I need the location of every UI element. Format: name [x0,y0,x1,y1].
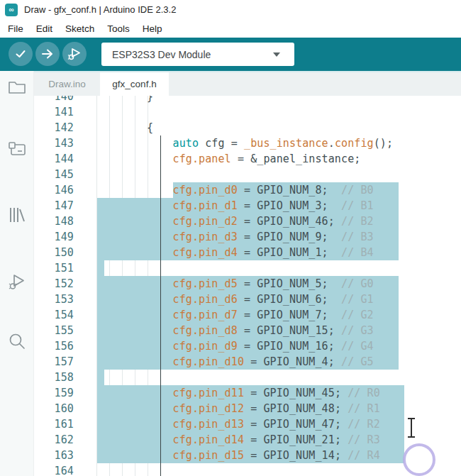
title-bar: ∞ Draw - gfx_conf.h | Arduino IDE 2.3.2 [0,0,461,19]
sidebar-item-search[interactable] [6,331,28,352]
code-line: 141 [34,104,461,120]
active-indent-guide [160,135,161,476]
menu-sketch[interactable]: Sketch [59,23,101,34]
code-line: 155 cfg.pin_d8 = GPIO_NUM_15; // G3 [34,323,461,338]
line-number: 147 [34,198,74,214]
code-line: 160 cfg.pin_d12 = GPIO_NUM_48; // R1 [34,401,461,416]
debug-button[interactable] [62,42,87,66]
menu-bar: File Edit Sketch Tools Help [0,19,461,38]
code-text: cfg.pin_d5 = GPIO_NUM_5; // G0 [95,276,374,292]
code-line: 158 [34,370,461,385]
line-number: 163 [34,448,74,463]
line-number: 145 [34,167,74,182]
debug-play-bug-icon [7,272,27,292]
line-number: 151 [34,260,74,276]
line-number: 160 [34,401,74,416]
code-editor[interactable]: 140 }141142 {143 auto cfg = _bus_instanc… [34,96,461,476]
menu-help[interactable]: Help [136,23,169,34]
code-line: 147 cfg.pin_d1 = GPIO_NUM_3; // B1 [34,198,461,214]
code-line: 154 cfg.pin_d7 = GPIO_NUM_7; // G2 [34,307,461,323]
code-text: cfg.pin_d7 = GPIO_NUM_7; // G2 [95,307,374,323]
tab-draw-ino[interactable]: Draw.ino [34,72,100,96]
code-text: cfg.pin_d1 = GPIO_NUM_3; // B1 [95,198,374,214]
text-cursor-ibeam [406,417,417,438]
code-line: 145 [34,167,461,182]
code-line: 152 cfg.pin_d5 = GPIO_NUM_5; // G0 [34,276,461,292]
window-title: Draw - gfx_conf.h | Arduino IDE 2.3.2 [24,4,176,15]
code-line: 143 auto cfg = _bus_instance.config(); [34,135,461,151]
code-text: cfg.pin_d15 = GPIO_NUM_14; // R4 [95,448,380,463]
line-number: 140 [34,96,74,104]
menu-tools[interactable]: Tools [101,23,136,34]
code-line: 140 } [34,96,461,104]
code-text: cfg.pin_d10 = GPIO_NUM_4; // G5 [95,354,374,370]
line-number: 150 [34,245,74,260]
line-number: 155 [34,323,74,338]
line-number: 148 [34,214,74,229]
board-chip-icon [7,140,27,159]
line-number: 141 [34,104,74,120]
line-number: 154 [34,307,74,323]
touch-indicator-ring [403,443,435,476]
code-text: cfg.pin_d2 = GPIO_NUM_46; // B2 [95,214,374,229]
debug-bug-icon [67,47,82,61]
line-number: 158 [34,370,74,385]
search-icon [7,331,27,351]
board-selector-label: ESP32S3 Dev Module [112,49,273,60]
upload-button[interactable] [35,42,60,66]
code-text: cfg.pin_d0 = GPIO_NUM_8; // B0 [95,182,374,198]
code-text: cfg.pin_d3 = GPIO_NUM_9; // B3 [95,229,374,245]
sidebar-item-library-manager[interactable] [6,204,28,226]
line-number: 161 [34,416,74,432]
code-line: 148 cfg.pin_d2 = GPIO_NUM_46; // B2 [34,214,461,229]
line-number: 164 [34,463,74,476]
arduino-ide-window: ∞ Draw - gfx_conf.h | Arduino IDE 2.3.2 … [0,0,461,476]
line-number: 143 [34,135,74,151]
line-number: 153 [34,292,74,307]
line-number: 149 [34,229,74,245]
books-icon [7,206,27,224]
line-number: 157 [34,354,74,370]
toolbar: ESP32S3 Dev Module [0,38,461,71]
code-line: 153 cfg.pin_d6 = GPIO_NUM_6; // G1 [34,292,461,307]
code-text: cfg.pin_d11 = GPIO_NUM_45; // R0 [95,385,380,401]
code-text: cfg.pin_d9 = GPIO_NUM_16; // G4 [95,338,374,354]
folder-icon [7,79,27,96]
menu-edit[interactable]: Edit [30,23,59,34]
verify-button[interactable] [9,42,33,66]
code-text: cfg.pin_d8 = GPIO_NUM_15; // G3 [95,323,374,338]
line-number: 156 [34,338,74,354]
activity-sidebar [0,71,34,476]
code-line: 146 cfg.pin_d0 = GPIO_NUM_8; // B0 [34,182,461,198]
line-number: 146 [34,182,74,198]
line-number: 144 [34,151,74,167]
code-line: 162 cfg.pin_d14 = GPIO_NUM_21; // R3 [34,432,461,448]
code-line: 151 [34,260,461,276]
code-line: 149 cfg.pin_d3 = GPIO_NUM_9; // B3 [34,229,461,245]
tab-bar: Draw.ino gfx_conf.h [34,71,461,96]
line-number: 159 [34,385,74,401]
code-line: 156 cfg.pin_d9 = GPIO_NUM_16; // G4 [34,338,461,354]
code-line: 150 cfg.pin_d4 = GPIO_NUM_1; // B4 [34,245,461,260]
code-text: auto cfg = _bus_instance.config(); [95,135,393,151]
ide-body: Draw.ino gfx_conf.h 140 }141142 {143 aut… [0,71,461,476]
sidebar-item-boards-manager[interactable] [6,139,28,160]
checkmark-icon [14,48,27,60]
line-number: 152 [34,276,74,292]
line-number: 142 [34,120,74,135]
tab-gfx-conf-h[interactable]: gfx_conf.h [100,72,169,96]
code-line: 163 cfg.pin_d15 = GPIO_NUM_14; // R4 [34,448,461,463]
menu-file[interactable]: File [1,23,30,34]
code-text: } [95,96,153,104]
code-line: 144 cfg.panel = &_panel_instance; [34,151,461,167]
code-line: 142 { [34,120,461,135]
sidebar-item-debug[interactable] [6,271,28,292]
chevron-down-icon [273,52,280,57]
sidebar-item-sketchbook[interactable] [6,77,28,98]
code-line: 157 cfg.pin_d10 = GPIO_NUM_4; // G5 [34,354,461,370]
board-selector-dropdown[interactable]: ESP32S3 Dev Module [101,43,294,66]
editor-column: Draw.ino gfx_conf.h 140 }141142 {143 aut… [34,71,461,476]
code-text: { [95,120,153,135]
code-text: cfg.pin_d12 = GPIO_NUM_48; // R1 [95,401,380,416]
code-text: cfg.pin_d6 = GPIO_NUM_6; // G1 [95,292,374,307]
